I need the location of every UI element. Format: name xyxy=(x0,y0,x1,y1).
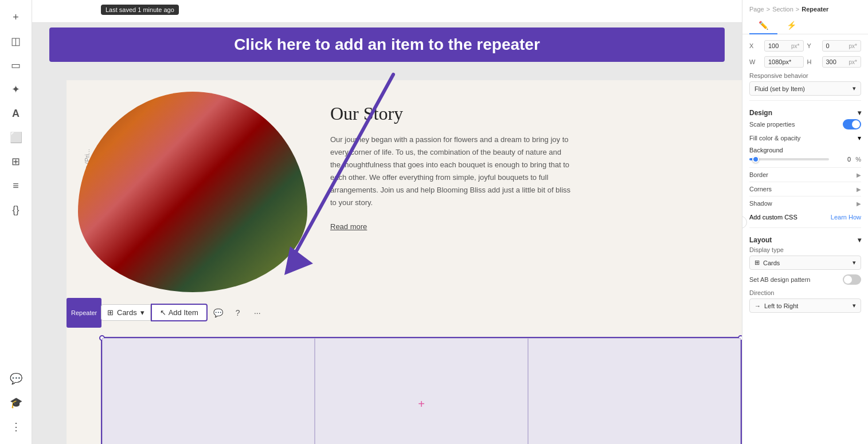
add-css-label: Add custom CSS xyxy=(749,214,797,221)
responsive-label: Responsive behavior xyxy=(749,72,861,79)
direction-value: Left to Right xyxy=(764,302,798,309)
scale-label: Scale properties xyxy=(749,121,795,128)
top-bar: Last saved 1 minute ago xyxy=(32,0,742,23)
breadcrumb-item: Repeater xyxy=(801,6,828,13)
more-options-button[interactable]: ··· xyxy=(249,304,266,321)
sidebar-icon-image[interactable]: ⬜ xyxy=(6,127,26,148)
scale-row: Scale properties xyxy=(749,119,861,129)
sidebar-icon-more[interactable]: ⋮ xyxy=(6,417,26,437)
slider-thumb xyxy=(752,156,759,163)
sidebar-icon-code[interactable]: {} xyxy=(6,199,26,220)
ab-design-toggle-thumb xyxy=(844,276,852,284)
display-type-select[interactable]: ⊞ Cards ▾ xyxy=(749,256,861,270)
display-type-value: Cards xyxy=(763,260,780,266)
cards-dropdown-label: Cards xyxy=(117,308,137,317)
story-text: Our Story Our journey began with a passi… xyxy=(319,80,742,298)
panel-body: X 100 px* Y 0 px* W 1080px* H 300 px* Re… xyxy=(742,34,868,319)
panel-tabs: ✏️ ⚡ xyxy=(749,17,861,34)
y-input[interactable]: 0 px* xyxy=(822,40,862,52)
chevron-down-icon: ▾ xyxy=(140,308,144,317)
sidebar-icon-layers[interactable]: ◫ xyxy=(6,31,26,52)
border-row[interactable]: Border ▶ xyxy=(749,167,861,182)
direction-label: Direction xyxy=(749,289,861,296)
sidebar-icon-chat[interactable]: 💬 xyxy=(6,368,26,389)
sidebar-icon-typography[interactable]: A xyxy=(6,103,26,124)
x-input[interactable]: 100 px* xyxy=(764,40,804,52)
breadcrumb-page[interactable]: Page xyxy=(749,6,764,13)
layout-section-header[interactable]: Layout ▾ xyxy=(749,231,861,246)
learn-how-link[interactable]: Learn How xyxy=(831,214,861,221)
w-input[interactable]: 1080px* xyxy=(764,56,804,68)
breadcrumb-sep2: > xyxy=(796,6,799,13)
scale-toggle[interactable] xyxy=(843,119,861,129)
sidebar-icon-plus[interactable]: + xyxy=(6,7,26,27)
sidebar-icon-grid[interactable]: ⊞ xyxy=(6,151,26,172)
ab-design-row: Set AB design pattern xyxy=(749,274,861,285)
cards-dropdown[interactable]: ⊞ Cards ▾ xyxy=(101,304,151,321)
divider-2 xyxy=(749,227,861,228)
add-css-row: Add custom CSS Learn How xyxy=(749,210,861,224)
comment-button[interactable]: 💬 xyxy=(210,304,227,321)
cursor-icon: ↖ xyxy=(160,308,166,317)
page-section: Desktop (Pri... Our Story Our journey be… xyxy=(67,80,742,444)
sidebar-icon-help[interactable]: 🎓 xyxy=(6,392,26,413)
chevron-fill: ▾ xyxy=(858,134,861,142)
story-image-background xyxy=(78,92,307,292)
background-slider[interactable] xyxy=(749,158,829,160)
scale-toggle-thumb xyxy=(852,120,860,128)
h-input[interactable]: 300 px* xyxy=(822,56,862,68)
shadow-label: Shadow xyxy=(749,200,772,207)
toolbar-row: ⊞ Cards ▾ ↖ Add Item 💬 ? ··· xyxy=(101,304,266,321)
tab-lightning[interactable]: ⚡ xyxy=(777,17,806,34)
background-value[interactable]: 0 xyxy=(834,156,851,163)
read-more-link[interactable]: Read more xyxy=(330,222,367,231)
tooltip-banner: Click here to add an item to the repeate… xyxy=(49,27,725,62)
divider-1 xyxy=(749,100,861,101)
panel-header: Page > Section > Repeater ✏️ ⚡ xyxy=(742,0,868,34)
story-image xyxy=(78,92,307,292)
add-item-button[interactable]: ↖ Add Item xyxy=(151,304,208,321)
tab-design[interactable]: ✏️ xyxy=(749,17,777,34)
border-arrow: ▶ xyxy=(857,172,861,178)
position-row-wh: W 1080px* H 300 px* xyxy=(749,56,861,68)
slider-row: 0 % xyxy=(749,156,861,163)
repeater-item-3[interactable] xyxy=(528,338,741,444)
ab-design-label: Set AB design pattern xyxy=(749,276,810,283)
sidebar-icon-list[interactable]: ≡ xyxy=(6,175,26,196)
responsive-select[interactable]: Fluid (set by Item) ▾ xyxy=(749,81,861,96)
ab-design-toggle[interactable] xyxy=(843,274,861,285)
chevron-display: ▾ xyxy=(853,259,856,266)
design-section-header[interactable]: Design ▾ xyxy=(749,104,861,119)
corners-row[interactable]: Corners ▶ xyxy=(749,182,861,196)
chevron-direction: ▾ xyxy=(853,302,856,309)
x-label: X xyxy=(749,42,761,49)
corners-label: Corners xyxy=(749,186,772,192)
background-unit: % xyxy=(855,156,861,163)
main-area: Last saved 1 minute ago Click here to ad… xyxy=(32,0,742,444)
sidebar-icon-elements[interactable]: ✦ xyxy=(6,79,26,100)
shadow-row[interactable]: Shadow ▶ xyxy=(749,196,861,210)
story-title: Our Story xyxy=(330,103,719,124)
display-type-icon: ⊞ xyxy=(754,259,760,266)
direction-select[interactable]: → Left to Right ▾ xyxy=(749,298,861,313)
repeater-item-1[interactable] xyxy=(102,338,315,444)
position-row-xy: X 100 px* Y 0 px* xyxy=(749,40,861,52)
background-label: Background xyxy=(749,147,783,154)
display-type-inner: ⊞ Cards xyxy=(754,259,780,266)
direction-icon: → xyxy=(754,302,761,309)
sidebar-icon-page[interactable]: ▭ xyxy=(6,55,26,76)
repeater-grid: ✎ + xyxy=(101,337,742,444)
breadcrumb-section[interactable]: Section xyxy=(772,6,793,13)
story-section: Our Story Our journey began with a passi… xyxy=(67,80,742,298)
fill-section[interactable]: Fill color & opacity ▾ xyxy=(749,134,861,142)
shadow-arrow: ▶ xyxy=(857,201,861,207)
breadcrumb: Page > Section > Repeater xyxy=(749,6,861,13)
corners-arrow: ▶ xyxy=(857,186,861,192)
repeater-item-2[interactable]: + xyxy=(315,338,527,444)
repeater-label: Repeater xyxy=(67,298,101,328)
saved-indicator: Last saved 1 minute ago xyxy=(101,5,179,15)
background-row: Background 0 % xyxy=(749,147,861,163)
help-button[interactable]: ? xyxy=(229,304,247,321)
w-label: W xyxy=(749,58,761,65)
y-label: Y xyxy=(807,42,819,49)
